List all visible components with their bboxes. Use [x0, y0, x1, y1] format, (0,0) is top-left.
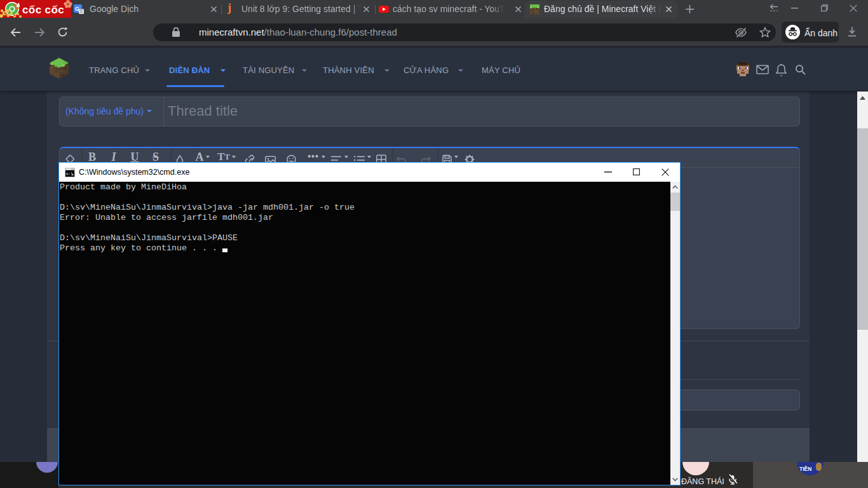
svg-text:文: 文 [79, 8, 84, 13]
